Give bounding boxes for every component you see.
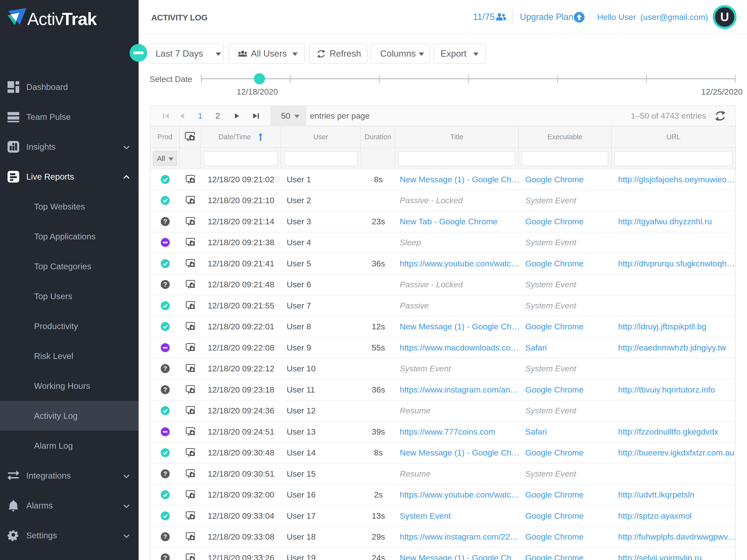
svg-text:?: ?	[163, 365, 167, 372]
svg-text:?: ?	[163, 281, 167, 288]
svg-text:?: ?	[163, 554, 167, 560]
svg-text:?: ?	[163, 533, 167, 540]
svg-text:?: ?	[163, 470, 167, 477]
svg-text:Trak: Trak	[62, 9, 97, 29]
svg-text:?: ?	[163, 386, 167, 393]
svg-text:Activ: Activ	[27, 9, 64, 29]
svg-text:?: ?	[163, 218, 167, 225]
